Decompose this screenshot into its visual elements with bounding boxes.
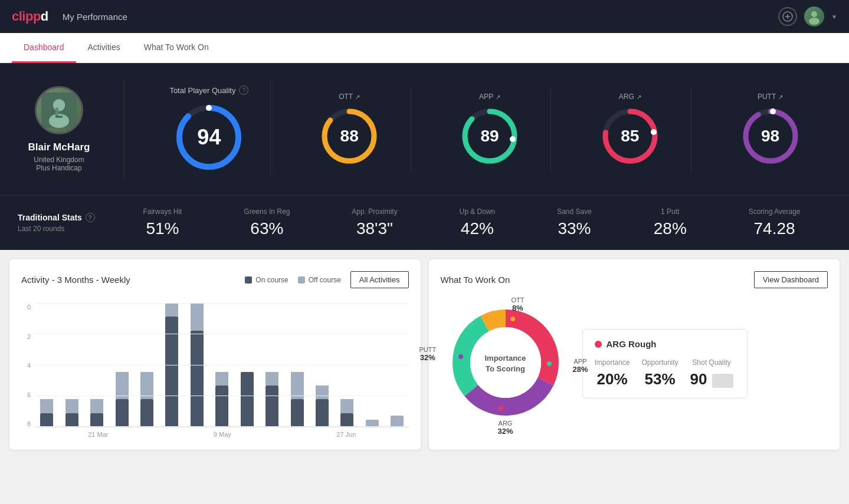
bar-group-7 [211,372,233,427]
activity-panel-header: Activity - 3 Months - Weekly On course O… [21,271,409,288]
legend-off-course: Off course [298,276,341,284]
total-quality-label: Total Player Quality ? [169,85,248,95]
bar-chart: 8 6 4 2 0 [21,298,409,427]
bottom-panels: Activity - 3 Months - Weekly On course O… [0,250,849,459]
what-panel-title: What To Work On [441,275,510,285]
legend-off-course-dot [298,276,305,284]
stat-fairways: Fairways Hit 51% [143,207,182,238]
svg-point-20 [651,129,657,135]
bar-off-11 [316,386,329,399]
arg-donut-label: ARG [497,420,513,427]
work-on-card: ARG Rough Importance 20% Opportunity 53%… [582,329,748,398]
player-avatar [35,86,83,134]
what-to-work-on-panel: What To Work On View Dashboard [429,259,840,450]
bar-on-7 [215,386,228,427]
bar-group-4 [136,372,158,427]
app-donut-label: APP [572,358,588,365]
bar-group-6 [186,303,208,427]
legend-on-course: On course [245,276,288,284]
header-title: My Performance [63,12,127,22]
stat-proximity: App. Proximity 38'3" [352,207,397,238]
bar-on-2 [90,413,103,427]
tab-what-to-work-on[interactable]: What To Work On [132,33,221,63]
help-icon[interactable]: ? [239,85,248,95]
svg-point-4 [809,18,820,25]
bar-off-3 [116,372,129,400]
bar-on-10 [291,399,304,427]
bar-on-11 [316,399,329,427]
bar-group-9 [261,372,283,427]
bar-on-4 [140,399,153,427]
ott-card: OTT ↗ 88 [289,87,411,172]
bar-group-8 [236,372,258,427]
ott-label: OTT ↗ [339,93,360,101]
stats-subtitle: Last 20 rounds [18,225,112,233]
arg-value: 85 [621,127,639,146]
hero-section: Blair McHarg United Kingdom Plus Handica… [0,63,849,195]
bar-group-1 [60,399,83,427]
bar-group-2 [86,399,108,427]
tab-activities[interactable]: Activities [76,33,132,63]
activity-panel: Activity - 3 Months - Weekly On course O… [9,259,421,450]
bar-on-1 [65,413,78,427]
bar-group-11 [311,386,333,427]
activity-chart-title: Activity - 3 Months - Weekly [21,275,130,285]
stats-help-icon[interactable]: ? [86,213,95,222]
chart-legend: On course Off course [245,276,341,284]
all-activities-button[interactable]: All Activities [350,271,409,288]
ott-value: 88 [340,127,359,146]
what-panel-content: Importance To Scoring OTT 8% APP 28% ARG [441,298,828,430]
bar-off-12 [340,399,353,413]
ott-donut-label: OTT [512,297,525,304]
bar-off-13 [366,420,379,427]
total-quality-value: 94 [197,125,221,150]
nav-tabs: Dashboard Activities What To Work On [0,33,849,63]
stat-updown: Up & Down 42% [460,207,496,238]
svg-point-23 [770,108,776,114]
add-button[interactable] [778,7,797,26]
bar-on-9 [265,386,278,427]
y-axis: 8 6 4 2 0 [21,304,31,427]
work-card-dot [595,341,602,348]
app-value: 89 [480,127,499,146]
avatar-chevron: ▼ [831,14,837,20]
svg-point-17 [510,136,516,142]
opportunity-metric: Opportunity 53% [642,358,678,388]
bar-off-10 [291,372,304,400]
what-panel-header: What To Work On View Dashboard [441,271,828,288]
tab-dashboard[interactable]: Dashboard [12,33,76,63]
logo: clippd [12,9,48,24]
work-card-title: ARG Rough [595,339,735,349]
header-right: ▼ [778,6,837,27]
bar-group-13 [361,420,383,427]
arg-label: ARG ↗ [619,93,641,101]
bar-off-14 [391,416,404,427]
stat-greens: Greens In Reg 63% [244,207,290,238]
bar-off-9 [265,372,278,386]
bar-on-8 [241,372,254,427]
stat-scoring: Scoring Average 74.28 [749,207,801,238]
arg-card: ARG ↗ 85 [569,87,691,172]
view-dashboard-button[interactable]: View Dashboard [754,271,828,288]
player-name: Blair McHarg [28,141,90,153]
avatar[interactable] [804,6,824,27]
bar-off-6 [191,303,204,331]
player-info: Blair McHarg United Kingdom Plus Handica… [18,86,100,172]
putt-donut-label: PUTT [419,346,437,353]
bar-off-0 [40,399,53,413]
putt-label: PUTT ↗ [758,93,783,101]
bar-off-7 [215,372,228,386]
bar-off-2 [90,399,103,413]
total-quality-card: Total Player Quality ? 94 [148,80,271,179]
svg-point-29 [470,327,541,398]
svg-point-12 [206,105,212,111]
player-country: United Kingdom [34,156,84,164]
svg-point-6 [53,99,65,111]
bar-on-5 [165,317,178,427]
putt-value: 98 [761,127,779,146]
stat-1putt: 1 Putt 28% [654,207,687,238]
bar-group-5 [160,303,183,427]
bar-on-3 [116,399,129,427]
bars-wrapper [35,304,409,427]
shot-quality-metric: Shot Quality 90 [690,358,733,388]
